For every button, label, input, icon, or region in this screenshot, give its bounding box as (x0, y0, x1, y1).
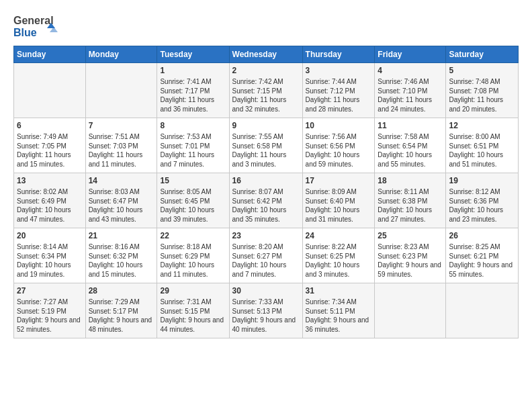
day-info: Sunrise: 7:55 AM (232, 132, 300, 142)
day-info: Sunrise: 7:41 AM (160, 77, 226, 87)
day-info: Sunset: 7:08 PM (449, 87, 515, 96)
day-info: Sunrise: 7:29 AM (89, 298, 154, 307)
day-info: Daylight: 9 hours and 44 minutes. (160, 316, 226, 334)
calendar-cell: 18Sunrise: 8:11 AMSunset: 6:38 PMDayligh… (375, 173, 446, 228)
header-row: SundayMondayTuesdayWednesdayThursdayFrid… (14, 46, 519, 63)
day-number: 23 (232, 230, 300, 241)
week-row-2: 6Sunrise: 7:49 AMSunset: 7:05 PMDaylight… (14, 118, 519, 173)
day-number: 28 (89, 285, 154, 296)
day-info: Sunrise: 7:49 AM (17, 132, 83, 142)
day-info: Daylight: 10 hours and 3 minutes. (306, 261, 372, 279)
calendar-cell (446, 283, 519, 338)
day-info: Daylight: 11 hours and 36 minutes. (160, 95, 226, 113)
day-info: Sunrise: 7:44 AM (306, 77, 372, 87)
day-number: 29 (160, 285, 226, 296)
day-info: Sunrise: 8:18 AM (160, 242, 226, 252)
day-info: Sunset: 6:21 PM (449, 252, 515, 261)
day-info: Daylight: 9 hours and 52 minutes. (17, 316, 83, 334)
calendar-cell: 6Sunrise: 7:49 AMSunset: 7:05 PMDaylight… (14, 118, 86, 173)
calendar-cell: 26Sunrise: 8:25 AMSunset: 6:21 PMDayligh… (446, 228, 519, 283)
day-header-friday: Friday (375, 46, 446, 63)
day-info: Sunrise: 7:46 AM (378, 77, 443, 87)
week-row-1: 1Sunrise: 7:41 AMSunset: 7:17 PMDaylight… (14, 63, 519, 118)
day-info: Sunset: 6:49 PM (17, 197, 83, 206)
day-header-wednesday: Wednesday (229, 46, 302, 63)
day-info: Sunrise: 8:14 AM (17, 242, 83, 252)
day-info: Daylight: 10 hours and 15 minutes. (89, 261, 154, 279)
day-info: Daylight: 11 hours and 20 minutes. (449, 95, 515, 113)
day-info: Daylight: 9 hours and 55 minutes. (449, 261, 515, 279)
day-info: Sunset: 5:13 PM (232, 307, 300, 316)
day-header-sunday: Sunday (14, 46, 86, 63)
day-info: Daylight: 10 hours and 51 minutes. (449, 150, 515, 169)
calendar-cell: 24Sunrise: 8:22 AMSunset: 6:25 PMDayligh… (302, 228, 375, 283)
day-info: Sunrise: 7:48 AM (449, 77, 515, 87)
day-info: Sunrise: 8:07 AM (232, 187, 300, 197)
calendar-cell: 17Sunrise: 8:09 AMSunset: 6:40 PMDayligh… (302, 173, 375, 228)
day-header-tuesday: Tuesday (157, 46, 229, 63)
header: GeneralBlue (13, 11, 519, 40)
calendar-cell: 9Sunrise: 7:55 AMSunset: 6:58 PMDaylight… (229, 118, 302, 173)
week-row-3: 13Sunrise: 8:02 AMSunset: 6:49 PMDayligh… (14, 173, 519, 228)
day-number: 2 (232, 65, 300, 76)
day-info: Sunset: 6:38 PM (378, 197, 443, 206)
calendar-cell: 5Sunrise: 7:48 AMSunset: 7:08 PMDaylight… (446, 63, 519, 118)
day-number: 19 (449, 175, 515, 186)
logo: GeneralBlue (13, 11, 67, 40)
day-info: Sunrise: 7:58 AM (378, 132, 443, 142)
day-info: Sunrise: 8:23 AM (378, 242, 443, 252)
day-info: Sunset: 6:29 PM (160, 252, 226, 261)
day-number: 26 (449, 230, 515, 241)
day-number: 15 (160, 175, 226, 186)
calendar-cell: 30Sunrise: 7:33 AMSunset: 5:13 PMDayligh… (229, 283, 302, 338)
day-info: Sunrise: 8:05 AM (160, 187, 226, 197)
day-info: Daylight: 11 hours and 11 minutes. (89, 150, 154, 169)
day-info: Daylight: 9 hours and 48 minutes. (89, 316, 154, 334)
day-info: Sunset: 7:17 PM (160, 87, 226, 96)
day-info: Sunrise: 8:25 AM (449, 242, 515, 252)
day-info: Sunset: 7:12 PM (306, 87, 372, 96)
day-info: Sunrise: 8:20 AM (232, 242, 300, 252)
day-info: Sunset: 6:47 PM (89, 197, 154, 206)
day-info: Daylight: 9 hours and 40 minutes. (232, 316, 300, 334)
day-info: Sunset: 6:45 PM (160, 197, 226, 206)
calendar-cell (85, 63, 157, 118)
day-info: Sunrise: 7:42 AM (232, 77, 300, 87)
day-number: 24 (306, 230, 372, 241)
day-info: Sunset: 6:54 PM (378, 142, 443, 151)
day-number: 10 (306, 120, 372, 131)
day-number: 11 (378, 120, 443, 131)
day-number: 27 (17, 285, 83, 296)
day-info: Sunset: 6:56 PM (306, 142, 372, 151)
day-number: 30 (232, 285, 300, 296)
day-info: Sunrise: 8:16 AM (89, 242, 154, 252)
day-info: Sunrise: 7:51 AM (89, 132, 154, 142)
day-info: Daylight: 11 hours and 28 minutes. (306, 95, 372, 113)
day-info: Sunrise: 7:31 AM (160, 298, 226, 307)
day-number: 7 (89, 120, 154, 131)
day-info: Sunset: 6:36 PM (449, 197, 515, 206)
day-info: Daylight: 9 hours and 36 minutes. (306, 316, 372, 334)
day-info: Daylight: 9 hours and 59 minutes. (378, 261, 443, 279)
day-info: Sunrise: 7:34 AM (306, 298, 372, 307)
day-info: Sunrise: 8:02 AM (17, 187, 83, 197)
day-number: 4 (378, 65, 443, 76)
day-info: Sunset: 6:34 PM (17, 252, 83, 261)
day-info: Daylight: 11 hours and 3 minutes. (232, 150, 300, 169)
day-info: Sunset: 7:05 PM (17, 142, 83, 151)
day-info: Daylight: 10 hours and 11 minutes. (160, 261, 226, 279)
day-header-monday: Monday (85, 46, 157, 63)
day-info: Daylight: 10 hours and 23 minutes. (449, 205, 515, 224)
week-row-5: 27Sunrise: 7:27 AMSunset: 5:19 PMDayligh… (14, 283, 519, 338)
calendar-cell: 25Sunrise: 8:23 AMSunset: 6:23 PMDayligh… (375, 228, 446, 283)
calendar-cell (14, 63, 86, 118)
day-info: Sunset: 6:25 PM (306, 252, 372, 261)
calendar-cell (375, 283, 446, 338)
calendar-cell: 27Sunrise: 7:27 AMSunset: 5:19 PMDayligh… (14, 283, 86, 338)
day-info: Sunset: 6:32 PM (89, 252, 154, 261)
week-row-4: 20Sunrise: 8:14 AMSunset: 6:34 PMDayligh… (14, 228, 519, 283)
day-info: Daylight: 10 hours and 43 minutes. (89, 205, 154, 224)
logo-svg: GeneralBlue (13, 11, 67, 40)
day-info: Daylight: 10 hours and 59 minutes. (306, 150, 372, 169)
svg-text:Blue: Blue (13, 27, 37, 38)
